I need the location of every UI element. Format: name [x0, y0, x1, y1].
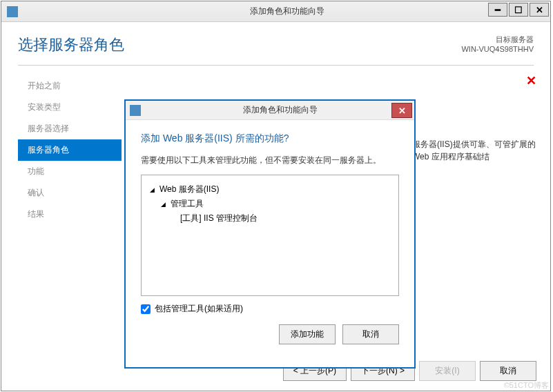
minimize-button[interactable]: ━ — [488, 3, 507, 17]
target-server-label: 目标服务器 — [461, 35, 534, 45]
window-title: 添加角色和功能向导 — [23, 6, 550, 17]
alert-close-icon[interactable]: ✕ — [526, 73, 536, 88]
tree-node-iis[interactable]: ◢Web 服务器(IIS) — [150, 182, 390, 197]
close-button[interactable]: ✕ — [530, 3, 549, 17]
watermark: ©51CTO博客 — [504, 380, 549, 391]
include-tools-input[interactable] — [141, 304, 151, 314]
features-tree[interactable]: ◢Web 服务器(IIS) ◢管理工具 [工具] IIS 管理控制台 — [141, 175, 399, 296]
nav-step-confirm[interactable]: 确认 — [18, 182, 122, 204]
install-button: 安装(I) — [419, 361, 476, 381]
dialog-body: 添加 Web 服务器(IIS) 所需的功能? 需要使用以下工具来管理此功能，但不… — [126, 120, 414, 367]
nav-step-results[interactable]: 结果 — [18, 204, 122, 225]
wizard-steps: 开始之前 安装类型 服务器选择 服务器角色 功能 确认 结果 — [18, 75, 122, 225]
dialog-close-button[interactable]: ✕ — [391, 103, 412, 118]
tree-node-mgmt-tools[interactable]: ◢管理工具 — [161, 197, 390, 211]
nav-step-features[interactable]: 功能 — [18, 161, 122, 182]
content-area: 选择服务器角色 目标服务器 WIN-VUQ4S98THHV ✕ 开始之前 安装类… — [1, 22, 550, 391]
cancel-button[interactable]: 取消 — [480, 361, 536, 381]
add-features-dialog: 添加角色和功能向导 ✕ 添加 Web 服务器(IIS) 所需的功能? 需要使用以… — [124, 99, 416, 369]
dialog-titlebar: 添加角色和功能向导 ✕ — [126, 101, 414, 120]
dialog-buttons: 添加功能 取消 — [141, 324, 399, 344]
include-tools-label: 包括管理工具(如果适用) — [155, 303, 243, 315]
target-server: 目标服务器 WIN-VUQ4S98THHV — [461, 35, 534, 53]
nav-step-begin[interactable]: 开始之前 — [18, 75, 122, 97]
titlebar: 添加角色和功能向导 ━ ☐ ✕ — [1, 1, 550, 22]
tree-node-iis-console[interactable]: [工具] IIS 管理控制台 — [180, 211, 390, 226]
role-description: 服务器(IIS)提供可靠、可管扩展的 Web 应用程序基础结 — [412, 138, 540, 163]
dialog-title: 添加角色和功能向导 — [146, 104, 414, 116]
add-features-button[interactable]: 添加功能 — [279, 324, 336, 344]
dialog-heading: 添加 Web 服务器(IIS) 所需的功能? — [141, 133, 399, 145]
nav-step-server-roles[interactable]: 服务器角色 — [18, 139, 122, 161]
collapse-icon[interactable]: ◢ — [150, 186, 157, 193]
dialog-cancel-button[interactable]: 取消 — [342, 324, 399, 344]
target-server-value: WIN-VUQ4S98THHV — [461, 45, 534, 53]
page-header: 选择服务器角色 目标服务器 WIN-VUQ4S98THHV — [18, 35, 534, 65]
include-tools-checkbox[interactable]: 包括管理工具(如果适用) — [141, 303, 399, 315]
page-title: 选择服务器角色 — [18, 35, 124, 55]
nav-step-install-type[interactable]: 安装类型 — [18, 97, 122, 118]
dialog-description: 需要使用以下工具来管理此功能，但不需要安装在同一服务器上。 — [141, 155, 399, 166]
nav-step-server-select[interactable]: 服务器选择 — [18, 118, 122, 139]
app-icon — [7, 6, 18, 17]
collapse-icon[interactable]: ◢ — [161, 201, 168, 208]
divider — [18, 65, 534, 66]
maximize-button[interactable]: ☐ — [509, 3, 528, 17]
dialog-icon — [130, 105, 141, 116]
window-controls: ━ ☐ ✕ — [488, 1, 550, 17]
main-window: 添加角色和功能向导 ━ ☐ ✕ 选择服务器角色 目标服务器 WIN-VUQ4S9… — [1, 1, 551, 391]
